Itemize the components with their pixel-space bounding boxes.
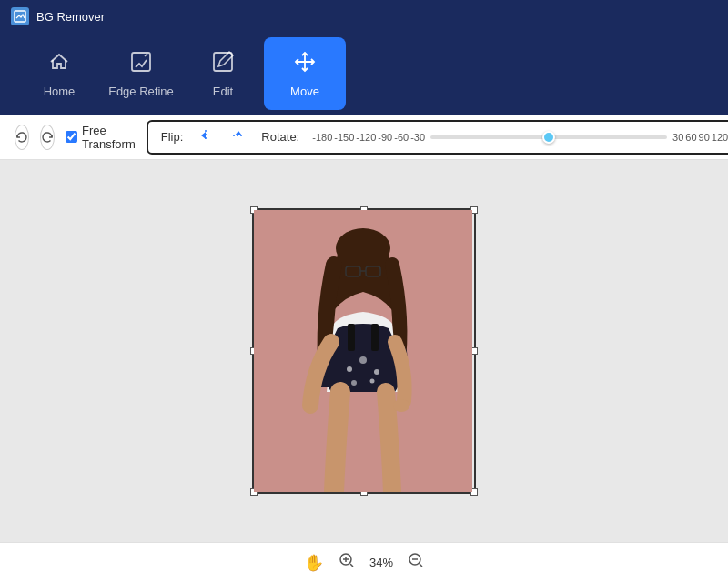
move-icon bbox=[293, 50, 317, 79]
svg-point-15 bbox=[393, 399, 410, 412]
transform-panel: Flip: Rotate: -180 -150 -120 -90 -60 bbox=[147, 120, 728, 155]
flip-vertical-button[interactable] bbox=[228, 125, 248, 149]
toolbar: Free Transform Flip: Rotate: -180 -150 bbox=[0, 115, 728, 160]
nav-item-move[interactable]: Move bbox=[264, 37, 346, 110]
svg-line-19 bbox=[350, 564, 353, 567]
svg-point-11 bbox=[351, 380, 357, 386]
free-transform-label: Free Transform bbox=[82, 124, 136, 151]
svg-rect-2 bbox=[214, 53, 232, 71]
svg-rect-13 bbox=[348, 324, 355, 351]
svg-point-8 bbox=[347, 366, 352, 372]
nav-item-home[interactable]: Home bbox=[18, 37, 100, 110]
nav-label-move: Move bbox=[290, 85, 319, 98]
title-bar: BG Remover bbox=[0, 0, 728, 33]
nav-item-edit[interactable]: Edit bbox=[182, 37, 264, 110]
app-icon bbox=[11, 7, 29, 25]
free-transform-checkbox[interactable] bbox=[66, 131, 77, 143]
svg-rect-1 bbox=[132, 53, 150, 71]
svg-line-22 bbox=[420, 564, 422, 567]
svg-point-9 bbox=[359, 356, 367, 364]
edit-icon bbox=[211, 50, 235, 79]
zoom-out-button[interactable] bbox=[408, 552, 424, 573]
canvas-area bbox=[0, 160, 728, 542]
redo-button[interactable] bbox=[40, 125, 55, 150]
canvas-image bbox=[254, 210, 472, 492]
flip-label: Flip: bbox=[161, 130, 184, 144]
svg-point-10 bbox=[374, 369, 379, 375]
zoom-percent: 34% bbox=[369, 556, 393, 569]
rotate-thumb[interactable] bbox=[542, 131, 555, 144]
nav-label-edit: Edit bbox=[213, 85, 233, 98]
selection-box[interactable] bbox=[252, 208, 476, 494]
bottom-toolbar: ✋ 34% bbox=[0, 542, 728, 582]
zoom-in-button[interactable] bbox=[339, 552, 355, 573]
nav-bar: Home Edge Refine Edit Move bbox=[0, 33, 728, 115]
free-transform-checkbox-label[interactable]: Free Transform bbox=[66, 124, 136, 151]
svg-point-12 bbox=[370, 379, 375, 384]
app-title: BG Remover bbox=[36, 10, 105, 24]
nav-label-edge-refine: Edge Refine bbox=[108, 85, 174, 98]
rotate-track[interactable] bbox=[430, 135, 667, 139]
undo-button[interactable] bbox=[15, 125, 29, 150]
home-icon bbox=[47, 50, 71, 79]
hand-tool-icon[interactable]: ✋ bbox=[304, 553, 324, 573]
nav-item-edge-refine[interactable]: Edge Refine bbox=[100, 37, 182, 110]
svg-rect-14 bbox=[371, 324, 379, 351]
flip-horizontal-button[interactable] bbox=[196, 125, 216, 149]
rotate-label: Rotate: bbox=[261, 130, 299, 144]
nav-label-home: Home bbox=[44, 85, 76, 98]
edge-refine-icon bbox=[129, 50, 153, 79]
